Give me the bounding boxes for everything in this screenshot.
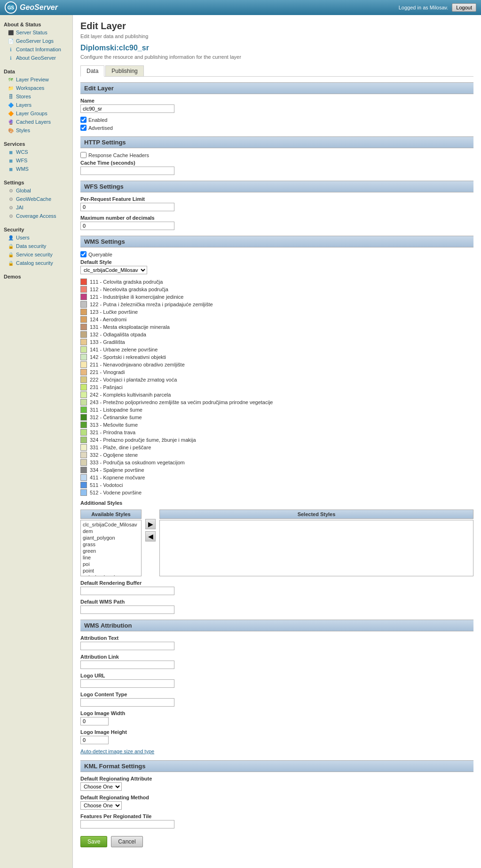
sidebar-item-geoserver-logs[interactable]: 📄 GeoServer Logs: [0, 37, 72, 45]
available-style-item[interactable]: clc_srbijaCode_Milosav: [82, 521, 140, 528]
geowebcache-icon: ⚙: [8, 196, 14, 202]
regionating-attribute-select[interactable]: Choose One: [80, 782, 122, 791]
available-style-item[interactable]: grass: [82, 541, 140, 548]
wfs-settings-section: WFS Settings: [80, 181, 473, 192]
logo-url-input[interactable]: [80, 679, 174, 688]
cancel-button[interactable]: Cancel: [111, 836, 142, 847]
sidebar-item-global[interactable]: ⚙ Global: [0, 186, 72, 195]
transfer-left-button[interactable]: ◀: [145, 531, 156, 542]
legend-item: 411 - Kopnene močvare: [80, 474, 473, 481]
available-style-item[interactable]: giant_polygon: [82, 534, 140, 541]
sidebar-item-cached-layers[interactable]: 🔮 Cached Layers: [0, 118, 72, 126]
tab-publishing[interactable]: Publishing: [105, 65, 143, 76]
logo-content-type-input[interactable]: [80, 698, 174, 707]
sidebar-item-layer-preview[interactable]: 🗺 Layer Preview: [0, 75, 72, 84]
sidebar-section-about-status: About & Status: [0, 19, 72, 28]
wcs-icon: ◼: [8, 149, 14, 155]
sidebar-item-catalog-security[interactable]: 🔒 Catalog security: [0, 259, 72, 267]
service-security-icon: 🔒: [8, 251, 14, 258]
attribution-text-input[interactable]: [80, 642, 174, 650]
legend-color-swatch: [80, 331, 87, 338]
legend-item-label: 122 - Putna i železnička mreža i pripada…: [90, 302, 213, 307]
rendering-buffer-input[interactable]: [80, 587, 174, 595]
sidebar-item-workspaces[interactable]: 📁 Workspaces: [0, 84, 72, 92]
legend-item-label: 141 - Urbane zelene površine: [90, 347, 158, 352]
features-per-tile-input[interactable]: [80, 820, 174, 828]
queryable-checkbox[interactable]: [80, 251, 87, 257]
legend-item: 122 - Putna i železnička mreža i pripada…: [80, 301, 473, 308]
logout-button[interactable]: Logout: [452, 3, 476, 12]
sidebar-item-layer-groups[interactable]: 🔶 Layer Groups: [0, 109, 72, 118]
legend-item-label: 512 - Vodene površine: [90, 490, 142, 495]
available-style-item[interactable]: dem: [82, 528, 140, 534]
max-decimals-label: Maximum number of decimals: [80, 215, 473, 221]
legend-item: 131 - Mesta eksploatacije minerala: [80, 323, 473, 331]
cache-time-input[interactable]: [80, 167, 174, 175]
per-request-field-group: Per-Request Feature Limit: [80, 196, 473, 211]
sidebar-item-users[interactable]: 👤 Users: [0, 233, 72, 242]
legend-item: 124 - Aerodromi: [80, 316, 473, 323]
wms-path-group: Default WMS Path: [80, 599, 473, 614]
queryable-row: Queryable: [80, 251, 473, 257]
legend-item: 142 - Sportski i rekreativni objekti: [80, 353, 473, 361]
legend-item: 231 - Pašnjaci: [80, 383, 473, 391]
per-request-input[interactable]: [80, 203, 174, 211]
save-button[interactable]: Save: [80, 836, 107, 847]
sidebar-item-wms[interactable]: ◼ WMS: [0, 165, 72, 173]
sidebar-item-styles[interactable]: 🎨 Styles: [0, 126, 72, 135]
catalog-security-icon: 🔒: [8, 260, 14, 266]
max-decimals-input[interactable]: [80, 222, 174, 230]
rendering-buffer-label: Default Rendering Buffer: [80, 580, 473, 586]
logo-height-group: Logo Image Height: [80, 729, 473, 744]
sidebar-item-geowebcache[interactable]: ⚙ GeoWebCache: [0, 195, 72, 203]
sidebar-item-contact-info[interactable]: ℹ Contact Information: [0, 45, 72, 54]
sidebar-item-service-security[interactable]: 🔒 Service security: [0, 250, 72, 259]
legend-color-swatch: [80, 294, 87, 300]
name-input[interactable]: [80, 104, 174, 113]
sidebar-item-data-security[interactable]: 🔒 Data security: [0, 242, 72, 250]
sidebar-item-layers[interactable]: 🔷 Layers: [0, 101, 72, 109]
wms-icon: ◼: [8, 166, 14, 172]
available-style-item[interactable]: poly_landmarks: [82, 574, 140, 576]
sidebar-item-wcs[interactable]: ◼ WCS: [0, 148, 72, 156]
response-cache-checkbox[interactable]: [80, 152, 87, 158]
enabled-checkbox[interactable]: [80, 117, 87, 123]
tab-data[interactable]: Data: [80, 65, 104, 77]
advertised-label: Advertised: [88, 125, 113, 131]
auto-detect-link[interactable]: Auto-detect image size and type: [80, 749, 154, 754]
legend-item-label: 111 - Celovita gradska područja: [90, 279, 163, 285]
logo-content-type-label: Logo Content Type: [80, 692, 473, 697]
legend-color-swatch: [80, 489, 87, 496]
legend-item: 242 - Kompleks kultivisanih parcela: [80, 391, 473, 398]
available-style-item[interactable]: point: [82, 567, 140, 574]
legend-item: 111 - Celovita gradska područja: [80, 278, 473, 286]
legend-item-label: 221 - Vinogradi: [90, 369, 125, 375]
legend-item: 321 - Prirodna trava: [80, 429, 473, 436]
sidebar-item-jai[interactable]: ⚙ JAI: [0, 203, 72, 212]
logo-height-label: Logo Image Height: [80, 729, 473, 735]
default-style-select[interactable]: clc_srbijaCode_Milosav: [80, 266, 147, 274]
legend-item: 132 - Odlagališta otpada: [80, 331, 473, 338]
attribution-link-input[interactable]: [80, 661, 174, 669]
available-styles-list[interactable]: clc_srbijaCode_Milosavdemgiant_polygongr…: [80, 520, 142, 576]
sidebar-item-server-status[interactable]: ⬛ Server Status: [0, 28, 72, 37]
available-style-item[interactable]: line: [82, 554, 140, 561]
wms-path-input[interactable]: [80, 605, 174, 614]
legend-item-label: 243 - Pretežno poljoprivredno zemljište …: [90, 399, 273, 405]
sidebar-item-coverage-access[interactable]: ⚙ Coverage Access: [0, 212, 72, 220]
legend-color-swatch: [80, 444, 87, 451]
logo-width-input[interactable]: [80, 717, 109, 725]
logo-height-input[interactable]: [80, 736, 109, 744]
wfs-icon: ◼: [8, 157, 14, 164]
legend-color-swatch: [80, 384, 87, 390]
selected-styles-list[interactable]: [159, 520, 473, 576]
transfer-right-button[interactable]: ▶: [145, 519, 156, 529]
sidebar-item-wfs[interactable]: ◼ WFS: [0, 156, 72, 165]
sidebar-item-about-geoserver[interactable]: ℹ About GeoServer: [0, 54, 72, 62]
legend-item-label: 124 - Aerodromi: [90, 317, 126, 322]
advertised-checkbox[interactable]: [80, 125, 87, 131]
regionating-method-select[interactable]: Choose One: [80, 801, 122, 810]
available-style-item[interactable]: poi: [82, 561, 140, 567]
sidebar-item-stores[interactable]: 🗄 Stores: [0, 92, 72, 101]
available-style-item[interactable]: green: [82, 548, 140, 554]
